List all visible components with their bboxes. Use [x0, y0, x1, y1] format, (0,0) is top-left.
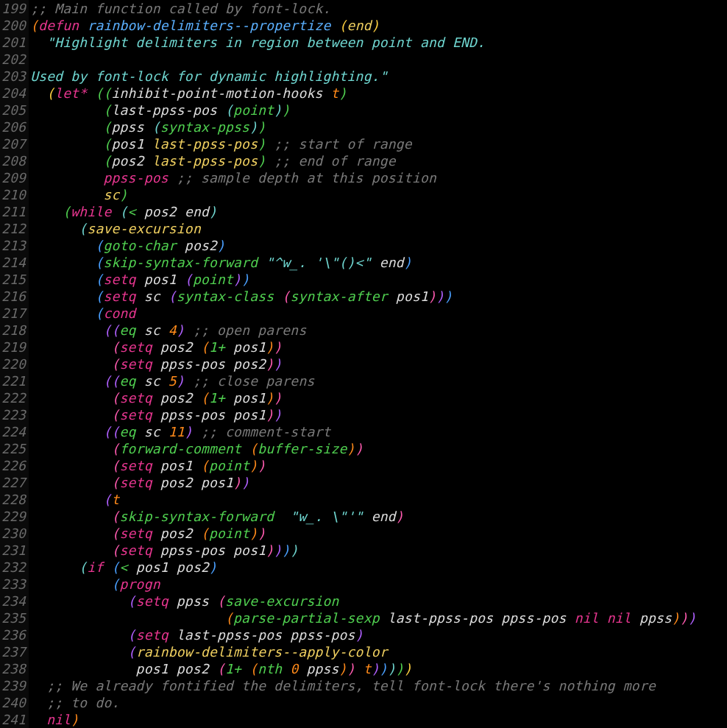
line-number: 227	[1, 474, 26, 491]
token-c-builtin: forward-comment	[120, 441, 242, 456]
token	[30, 35, 46, 50]
token-p7: )	[258, 526, 266, 541]
code-line[interactable]: pos1 pos2 (1+ (nth 0 ppss)) t)))))	[30, 660, 727, 677]
token-p5: (	[95, 238, 103, 253]
token-p7: (	[217, 661, 225, 676]
token-c-kw: defun	[38, 18, 79, 33]
code-line[interactable]: (defun rainbow-delimiters--propertize (e…	[30, 17, 727, 34]
token-c-kw: setq	[103, 272, 135, 287]
token-p5: (	[112, 576, 120, 592]
token-p8: (	[225, 610, 233, 626]
code-line[interactable]: (save-excursion	[30, 220, 727, 237]
code-line[interactable]: ;; Main function called by font-lock.	[30, 0, 727, 17]
code-line[interactable]: (skip-syntax-forward "^w_. '\"()<" end)	[30, 254, 727, 271]
token-c-com: ;; start of range	[274, 136, 412, 152]
code-line[interactable]: (parse-partial-sexp last-ppss-pos ppss-p…	[30, 609, 727, 626]
code-line[interactable]: (progn	[30, 576, 727, 593]
line-number-gutter: 1992002012022032042052062072082092102112…	[0, 0, 29, 728]
code-line[interactable]: (rainbow-delimiters--apply-color	[30, 643, 727, 660]
line-number: 228	[1, 491, 26, 508]
line-number: 199	[1, 0, 26, 17]
code-line[interactable]: (setq last-ppss-pos ppss-pos)	[30, 626, 727, 643]
token-p3: (	[103, 119, 111, 135]
token-c-kw: nil	[46, 712, 71, 727]
code-line[interactable]: (ppss (syntax-ppss))	[30, 119, 727, 135]
code-line[interactable]: ((eq sc 11) ;; comment-start	[30, 423, 727, 440]
token	[30, 238, 95, 253]
token-p6: )	[177, 373, 185, 389]
token-p7: )	[266, 407, 274, 423]
code-line[interactable]: sc)	[30, 186, 727, 203]
code-line[interactable]: (pos1 last-ppss-pos) ;; start of range	[30, 135, 727, 152]
code-line[interactable]: ((eq sc 5) ;; close parens	[30, 372, 727, 389]
token-p8: (	[201, 390, 209, 406]
line-number: 220	[1, 356, 26, 372]
editor[interactable]: 1992002012022032042052062072082092102112…	[0, 0, 727, 728]
token: sc	[136, 289, 169, 304]
code-line[interactable]: (setq pos1 (point))	[30, 457, 727, 474]
token-p3: ((	[95, 85, 111, 101]
line-number: 239	[1, 677, 26, 694]
code-area[interactable]: ;; Main function called by font-lock.(de…	[29, 0, 727, 728]
code-line[interactable]: (skip-syntax-forward "w_. \"'" end)	[30, 508, 727, 525]
token-p2: (	[46, 85, 54, 101]
code-line[interactable]: (setq sc (syntax-class (syntax-after pos…	[30, 288, 727, 305]
code-line[interactable]: (goto-char pos2)	[30, 237, 727, 254]
code-line[interactable]: (setq pos2 pos1))	[30, 474, 727, 491]
code-line[interactable]: "Highlight delimiters in region between …	[30, 34, 727, 51]
code-line[interactable]: (let* ((inhibit-point-motion-hooks t)	[30, 85, 727, 102]
code-line[interactable]: (setq ppss-pos pos1))))	[30, 542, 727, 559]
token: ppss	[169, 593, 217, 609]
token-c-builtin: 1+	[225, 661, 241, 676]
code-line[interactable]: ;; to do.	[30, 694, 727, 711]
token	[30, 712, 46, 727]
code-line[interactable]: (t	[30, 491, 727, 508]
token-c-num: t	[112, 492, 120, 507]
token-c-kw: setq	[120, 407, 152, 423]
token: ppss-pos pos1	[152, 543, 266, 558]
code-line[interactable]: nil)	[30, 711, 727, 728]
token-p7: (	[112, 407, 120, 423]
token-c-com: ;; end of range	[274, 153, 396, 169]
token-c-builtin: skip-syntax-forward	[120, 509, 274, 524]
code-line[interactable]: (setq pos2 (point))	[30, 525, 727, 542]
token: pos2	[152, 526, 201, 541]
code-line[interactable]	[30, 51, 727, 68]
token	[169, 170, 177, 185]
code-line[interactable]: (pos2 last-ppss-pos) ;; end of range	[30, 152, 727, 169]
code-line[interactable]: (forward-comment (buffer-size))	[30, 440, 727, 457]
token-p7: )	[428, 289, 436, 304]
code-line[interactable]: (setq ppss-pos pos2))	[30, 356, 727, 372]
code-line[interactable]: (setq pos2 (1+ pos1))	[30, 389, 727, 406]
code-line[interactable]: (if (< pos1 pos2)	[30, 559, 727, 576]
token-p3: (	[103, 153, 111, 169]
token-c-com: ;; sample depth at this position	[177, 170, 436, 185]
code-line[interactable]: (while (< pos2 end)	[30, 203, 727, 220]
code-line[interactable]: ((eq sc 4) ;; open parens	[30, 322, 727, 339]
code-line[interactable]: (setq ppss (save-excursion	[30, 593, 727, 609]
token-c-var: sc	[103, 187, 119, 202]
token-p8: (	[201, 339, 209, 355]
token-c-num: t	[331, 85, 339, 101]
token: pos1 pos2	[128, 559, 209, 575]
token-p5: )	[404, 255, 412, 270]
token-c-builtin: point	[193, 272, 233, 287]
token	[331, 18, 339, 33]
token: ppss	[112, 119, 152, 135]
token	[30, 644, 127, 660]
token	[30, 475, 111, 490]
token-c-builtin: eq	[120, 322, 136, 338]
code-line[interactable]: ppss-pos ;; sample depth at this positio…	[30, 169, 727, 186]
token: pos1	[112, 136, 152, 152]
token	[30, 221, 79, 236]
code-line[interactable]: ;; We already fontified the delimiters, …	[30, 677, 727, 694]
code-line[interactable]: (cond	[30, 305, 727, 322]
code-line[interactable]: (setq pos2 (1+ pos1))	[30, 339, 727, 356]
token-p6: )	[372, 661, 380, 676]
code-line[interactable]: (last-ppss-pos (point))	[30, 102, 727, 119]
token	[30, 526, 111, 541]
code-line[interactable]: Used by font-lock for dynamic highlighti…	[30, 68, 727, 85]
token-p5: (	[95, 305, 103, 321]
code-line[interactable]: (setq ppss-pos pos1))	[30, 406, 727, 423]
code-line[interactable]: (setq pos1 (point))	[30, 271, 727, 288]
